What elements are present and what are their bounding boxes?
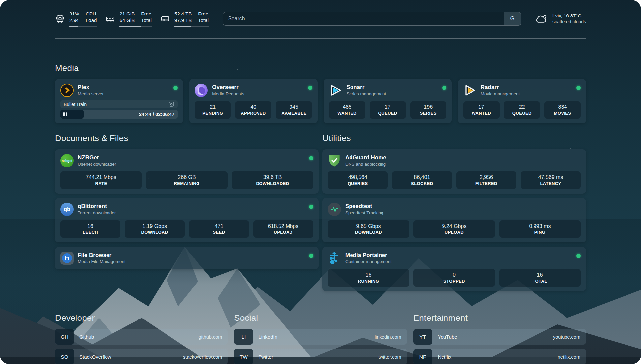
stat-box: 618.52 MbpsUPLOAD [253,220,313,238]
app-card-filebrowser[interactable]: File Browser Media File Management [55,247,319,269]
bookmark-group-social: Social LI LinkedIn linkedin.com TW Twitt… [234,313,407,364]
now-playing-title: Bullet Train [64,102,168,107]
bookmark-url: stackoverflow.com [183,349,228,364]
bookmark-youtube[interactable]: YT YouTube youtube.com [413,329,586,345]
section-utilities: Utilities [322,133,586,291]
cpu-label-bottom: Load [86,17,97,23]
cpu-load-value: 2.94 [69,17,79,23]
cpu-label-top: CPU [86,11,97,17]
bookmark-netflix[interactable]: NF Netflix netflix.com [413,349,586,364]
app-name: Speedtest [345,203,581,210]
app-card-overseerr[interactable]: Overseerr Media Requests 21PENDING 40APP… [189,79,317,123]
section-documents: Documents & Files nzbget NZBGet Usenet d… [55,133,319,291]
app-card-qbittorrent[interactable]: qb qBittorrent Torrent downloader 16LEEC… [55,198,319,242]
status-dot [308,86,312,90]
disk-progressbar [174,26,209,27]
weather-condition: scattered clouds [552,19,586,25]
stat-box: 1.19 GbpsDOWNLOAD [125,220,185,238]
disk-widget: 52.4 TB Free 97.9 TB Total [160,11,209,27]
section-title-utilities: Utilities [322,133,586,143]
nzbget-icon: nzbget [60,154,74,167]
section-title-documents: Documents & Files [55,133,319,143]
pause-button[interactable] [63,112,67,116]
stat-box: 86,401BLOCKED [392,171,452,189]
now-playing-icon [168,101,174,107]
app-name: Radarr [481,84,572,91]
portainer-icon [328,252,341,265]
app-name: qBittorrent [78,203,305,210]
plex-icon [60,84,74,97]
disk-label-top: Free [198,11,209,17]
section-title-developer: Developer [55,313,228,323]
app-card-radarr[interactable]: Radarr Movie management 17WANTED 22QUEUE… [458,79,586,123]
bookmark-url: github.com [198,329,228,345]
disk-free-value: 52.4 TB [174,11,192,17]
qbittorrent-icon: qb [60,203,74,216]
status-dot [309,156,313,160]
stat-box: 17WANTED [463,101,500,119]
app-card-speedtest[interactable]: Speedtest Speedtest Tracking 9.65 GbpsDO… [322,198,586,242]
bookmark-abbr: GH [55,329,74,345]
bookmark-github[interactable]: GH Github github.com [55,329,228,345]
bookmark-linkedin[interactable]: LI LinkedIn linkedin.com [234,329,407,345]
ram-free-value: 21 GiB [119,11,135,17]
ram-label-top: Free [141,11,152,17]
adguard-icon [328,154,341,167]
app-card-nzbget[interactable]: nzbget NZBGet Usenet downloader 744.21 M… [55,149,319,194]
app-name: File Browser [78,252,305,258]
stat-box: 22QUEUED [504,101,540,119]
plex-now-playing: Bullet Train 24:44 / 02:06:47 [60,100,178,119]
cpu-widget: 31% CPU 2.94 Load [55,11,97,27]
search-bar: G [223,12,521,26]
playback-time: 24:44 / 02:06:47 [139,110,174,119]
search-engine-button[interactable]: G [504,12,521,26]
status-dot [173,86,178,90]
bookmark-name: Github [74,329,198,345]
stat-box: 2,956FILTERED [456,171,516,189]
app-card-adguard[interactable]: AdGuard Home DNS and adblocking 498,564Q… [322,149,586,194]
disk-icon [160,14,170,24]
app-desc: Torrent downloader [78,210,305,216]
system-widgets: 31% CPU 2.94 Load 21 GiB [55,11,209,27]
app-desc: Series management [347,91,438,97]
app-name: Overseerr [212,84,303,91]
bookmark-url: netflix.com [558,349,586,364]
bookmark-stackoverflow[interactable]: SO StackOverflow stackoverflow.com [55,349,228,364]
status-dot [309,205,313,209]
app-name: AdGuard Home [345,154,581,161]
stat-box: 834MOVIES [544,101,581,119]
cpu-icon [55,14,65,24]
bookmark-group-entertainment: Entertainment YT YouTube youtube.com NF … [413,313,586,364]
bookmark-twitter[interactable]: TW Twitter twitter.com [234,349,407,364]
section-title-media: Media [55,63,586,73]
overseerr-icon [195,84,208,97]
bookmark-name: LinkedIn [253,329,375,345]
stat-box: 471SEED [189,220,249,238]
status-dot [576,86,581,90]
app-desc: DNS and adblocking [345,161,581,167]
bookmark-url: linkedin.com [375,329,407,345]
weather-widget: Lviv, 16.87°C scattered clouds [535,13,586,25]
header-divider [55,38,586,39]
stat-box: 16RUNNING [328,269,409,287]
filebrowser-icon [60,252,74,265]
dashboard-app: 31% CPU 2.94 Load 21 GiB [0,0,641,364]
stat-box: 47.569 msLATENCY [521,171,581,189]
app-card-plex[interactable]: Plex Media server Bullet Train [55,79,183,123]
playback-progressbar: 24:44 / 02:06:47 [60,110,178,119]
stat-box: 485WANTED [329,101,365,119]
app-card-sonarr[interactable]: Sonarr Series management 485WANTED 17QUE… [324,79,452,123]
bookmark-group-developer: Developer GH Github github.com SO StackO… [55,313,228,364]
bookmark-url: youtube.com [553,329,586,345]
app-desc: Container management [345,259,572,265]
bookmark-abbr: NF [413,349,432,364]
app-name: Sonarr [347,84,438,91]
stat-box: 16TOTAL [499,269,581,287]
status-dot [576,254,581,258]
stat-box: 945AVAILABLE [276,101,312,119]
speedtest-icon [328,203,341,216]
app-card-portainer[interactable]: Media Portainer Container management 16R… [322,247,586,291]
search-input[interactable] [223,12,504,26]
memory-widget: 21 GiB Free 64 GiB Total [105,11,152,27]
bookmark-abbr: YT [413,329,432,345]
